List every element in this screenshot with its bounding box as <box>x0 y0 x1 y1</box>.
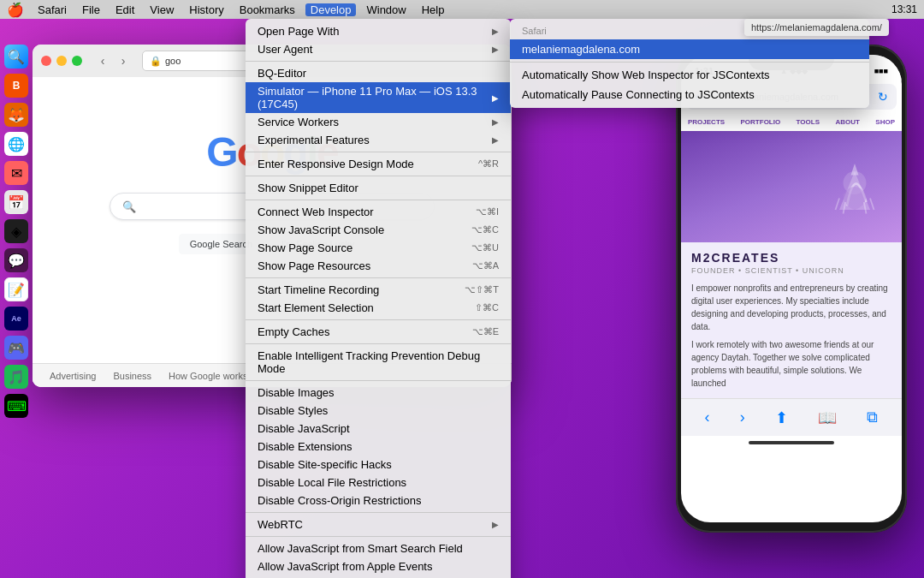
menu-bookmarks[interactable]: Bookmarks <box>234 3 300 16</box>
iphone-share-btn[interactable]: ⬆ <box>775 408 788 427</box>
iphone-nav-about[interactable]: ABOUT <box>835 118 859 126</box>
iphone-safari-refresh[interactable]: ↻ <box>878 90 888 104</box>
menu-disable-styles[interactable]: Disable Styles <box>246 402 511 420</box>
iphone-nav: PROJECTS PORTFOLIO TOOLS ABOUT SHOP <box>681 113 902 131</box>
menu-edit[interactable]: Edit <box>110 3 139 16</box>
menu-service-workers[interactable]: Service Workers ▶ <box>246 113 511 131</box>
footer-how-google-works[interactable]: How Google works <box>169 371 247 381</box>
menu-disable-images[interactable]: Disable Images <box>246 384 511 402</box>
menu-bar: 🍎 Safari File Edit View History Bookmark… <box>0 0 924 19</box>
iphone-screen: 1:31 ▲ ◆◆◆ ■■■ ‹ melaniemagdalena.com ↻ … <box>681 55 902 522</box>
menu-show-js-console[interactable]: Show JavaScript Console ⌥⌘C <box>246 221 511 239</box>
menu-develop[interactable]: Develop <box>305 3 357 16</box>
iphone-battery: ■■■ <box>874 67 888 75</box>
iphone-nav-projects[interactable]: PROJECTS <box>688 118 725 126</box>
sidebar-app-firefox[interactable]: 🦊 <box>4 103 28 127</box>
sidebar-app-spotify[interactable]: 🎵 <box>4 365 28 389</box>
footer-advertising[interactable]: Advertising <box>50 371 96 381</box>
menu-bq-editor[interactable]: BQ-Editor <box>246 64 511 82</box>
iphone-nav-tools[interactable]: TOOLS <box>797 118 820 126</box>
menu-empty-caches[interactable]: Empty Caches ⌥⌘E <box>246 323 511 341</box>
footer-business[interactable]: Business <box>113 371 151 381</box>
menu-file[interactable]: File <box>77 3 105 16</box>
menu-open-page-with[interactable]: Open Page With ▶ <box>246 22 511 40</box>
develop-menu: Open Page With ▶ User Agent ▶ BQ-Editor … <box>246 19 511 578</box>
sidebar-app-chrome[interactable]: 🌐 <box>4 132 28 156</box>
arrow-icon: ▶ <box>492 93 499 103</box>
arrow-icon: ▶ <box>492 27 499 36</box>
iphone-tabs-btn[interactable]: ⧉ <box>867 408 878 426</box>
arrow-icon: ▶ <box>492 117 499 127</box>
traffic-light-maximize[interactable] <box>72 56 82 66</box>
sidebar-app-brave[interactable]: B <box>4 74 28 98</box>
sidebar-app-ae[interactable]: Ae <box>4 307 28 331</box>
menu-history[interactable]: History <box>184 3 228 16</box>
safari-nav-buttons: ‹ › <box>94 52 132 69</box>
separator <box>246 319 511 320</box>
iphone-desc-1: I empower nonprofits and entrepreneurs b… <box>691 282 891 333</box>
menu-disable-crossorigin[interactable]: Disable Cross-Origin Restrictions <box>246 492 511 509</box>
menu-safari[interactable]: Safari <box>33 3 72 16</box>
menu-allow-js-smart[interactable]: Allow JavaScript from Smart Search Field <box>246 539 511 557</box>
separator <box>246 536 511 537</box>
sidebar-app-mail[interactable]: ✉ <box>4 161 28 185</box>
shortcut: ⌥⌘C <box>471 224 499 235</box>
iphone-brand-name: M2CREATES <box>691 251 891 265</box>
menu-simulator[interactable]: Simulator — iPhone 11 Pro Max — iOS 13.3… <box>246 82 511 113</box>
iphone-back-btn[interactable]: ‹ <box>705 408 710 426</box>
menu-allow-js-events[interactable]: Allow JavaScript from Apple Events <box>246 557 511 575</box>
traffic-light-close[interactable] <box>41 56 51 66</box>
shortcut: ^⌘R <box>478 158 499 170</box>
menu-show-page-source[interactable]: Show Page Source ⌥⌘U <box>246 239 511 257</box>
menu-enable-itp[interactable]: Enable Intelligent Tracking Prevention D… <box>246 347 511 378</box>
sidebar-apps: 🔍 B 🦊 🌐 ✉ 📅 ◈ 💬 📝 Ae 🎮 🎵 ⌨ <box>0 38 33 527</box>
menu-show-page-resources[interactable]: Show Page Resources ⌥⌘A <box>246 257 511 275</box>
safari-forward-button[interactable]: › <box>115 52 132 69</box>
iphone-text-section: M2CREATES FOUNDER • SCIENTIST • UNICORN … <box>681 242 902 398</box>
sidebar-app-calendar[interactable]: 📅 <box>4 190 28 214</box>
iphone-hero-section <box>681 131 902 242</box>
menu-help[interactable]: Help <box>417 3 450 16</box>
menu-disable-extensions[interactable]: Disable Extensions <box>246 438 511 456</box>
menu-experimental-features[interactable]: Experimental Features ▶ <box>246 131 511 149</box>
separator <box>246 176 511 176</box>
menu-user-agent[interactable]: User Agent ▶ <box>246 40 511 58</box>
menu-disable-local-file[interactable]: Disable Local File Restrictions <box>246 474 511 492</box>
separator <box>246 61 511 62</box>
sidebar-app-notion[interactable]: 📝 <box>4 277 28 301</box>
iphone-nav-portfolio[interactable]: PORTFOLIO <box>741 118 781 126</box>
sidebar-app-finder[interactable]: 🔍 <box>4 45 28 69</box>
menu-start-timeline[interactable]: Start Timeline Recording ⌥⇧⌘T <box>246 281 511 299</box>
sidebar-app-figma[interactable]: ◈ <box>4 219 28 243</box>
menu-window[interactable]: Window <box>361 3 411 16</box>
sidebar-app-discord[interactable]: 🎮 <box>4 336 28 360</box>
menu-disable-js[interactable]: Disable JavaScript <box>246 420 511 438</box>
sw-melaniemagdalena[interactable]: melaniemagdalena.com <box>510 39 869 59</box>
iphone-home-indicator <box>749 441 834 444</box>
sw-auto-pause[interactable]: Automatically Pause Connecting to JSCont… <box>510 85 869 104</box>
iphone-simulator: 1:31 ▲ ◆◆◆ ■■■ ‹ melaniemagdalena.com ↻ … <box>676 45 907 533</box>
menu-webrtc[interactable]: WebRTC ▶ <box>246 515 511 533</box>
url-text[interactable]: goo <box>165 56 181 66</box>
lock-icon: 🔒 <box>150 56 162 67</box>
sw-auto-show-inspector[interactable]: Automatically Show Web Inspector for JSC… <box>510 65 869 85</box>
menu-disable-site-hacks[interactable]: Disable Site-specific Hacks <box>246 456 511 474</box>
iphone-forward-btn[interactable]: › <box>740 408 745 426</box>
sidebar-app-terminal[interactable]: ⌨ <box>4 394 28 418</box>
apple-menu[interactable]: 🍎 <box>7 2 24 18</box>
iphone-bookmarks-btn[interactable]: 📖 <box>818 408 837 427</box>
sidebar-app-slack[interactable]: 💬 <box>4 248 28 272</box>
traffic-light-minimize[interactable] <box>56 56 67 66</box>
iphone-bottom-bar: ‹ › ⬆ 📖 ⧉ <box>681 398 902 436</box>
menu-view[interactable]: View <box>145 3 179 16</box>
menu-show-snippet[interactable]: Show Snippet Editor <box>246 179 511 197</box>
arrow-icon: ▶ <box>492 135 499 145</box>
search-icon: 🔍 <box>122 200 136 213</box>
shortcut: ⌥⌘I <box>476 206 499 217</box>
menu-start-element[interactable]: Start Element Selection ⇧⌘C <box>246 299 511 317</box>
menu-enter-responsive[interactable]: Enter Responsive Design Mode ^⌘R <box>246 155 511 173</box>
safari-back-button[interactable]: ‹ <box>94 52 111 69</box>
iphone-nav-shop[interactable]: SHOP <box>875 118 895 126</box>
separator <box>246 152 511 152</box>
menu-connect-inspector[interactable]: Connect Web Inspector ⌥⌘I <box>246 203 511 221</box>
